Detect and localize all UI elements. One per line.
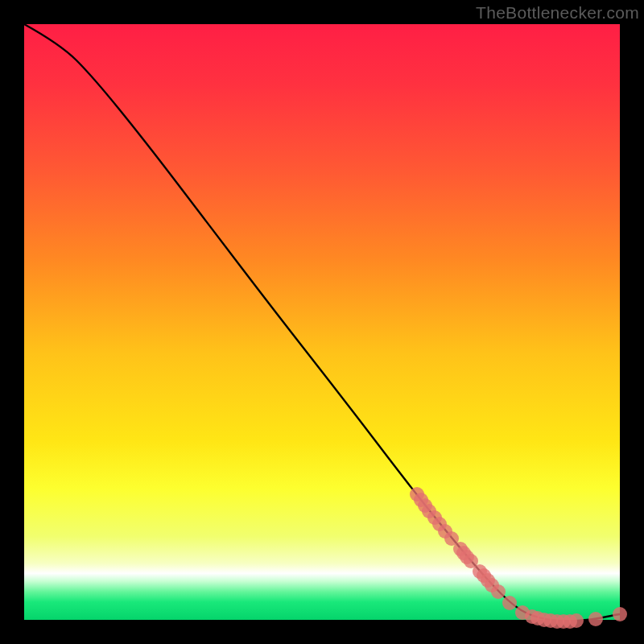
chart-svg xyxy=(0,0,644,644)
data-marker xyxy=(491,584,506,599)
data-marker xyxy=(569,613,584,628)
data-marker xyxy=(502,596,517,610)
plot-background xyxy=(24,24,620,620)
data-marker xyxy=(588,612,603,626)
data-marker xyxy=(613,607,627,621)
chart-stage: TheBottlenecker.com xyxy=(0,0,644,644)
